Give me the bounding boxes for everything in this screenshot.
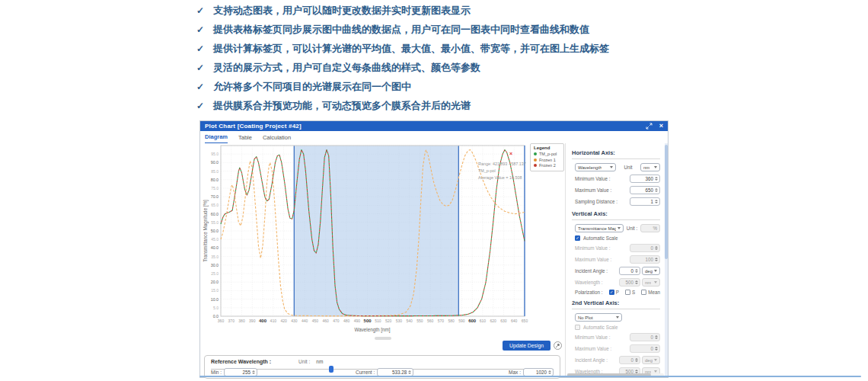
svg-text:470: 470: [333, 319, 340, 323]
setting-row: Transmittance Magnit...Unit :%: [572, 224, 660, 232]
dropdown[interactable]: nm: [642, 278, 660, 287]
svg-text:590: 590: [458, 319, 465, 323]
legend-item: TM_p-pol: [534, 152, 560, 156]
bottom-accent-line: [199, 376, 861, 377]
checkbox[interactable]: [575, 325, 580, 330]
field-label: Minimum Value :: [575, 176, 610, 181]
field-label: Maximum Value :: [575, 257, 611, 262]
svg-text:630: 630: [500, 319, 507, 323]
spinner[interactable]: 100: [630, 255, 660, 264]
spinner[interactable]: 0: [630, 333, 660, 341]
svg-text:640: 640: [511, 319, 518, 323]
spinner[interactable]: 500: [619, 278, 640, 287]
checkbox[interactable]: [641, 290, 646, 295]
legend-color-dot: [534, 164, 537, 167]
svg-text:510: 510: [375, 319, 381, 323]
window-titlebar: Plot Chart [Coating Project #42] ×: [200, 121, 668, 131]
vertical-scrollbar[interactable]: [665, 145, 668, 259]
svg-text:45.0: 45.0: [211, 237, 219, 242]
feature-list: ✓支持动态图表，用户可以随时更改数据并实时更新图表显示✓提供表格标签页同步展示图…: [196, 5, 609, 120]
spinner[interactable]: 0: [619, 267, 640, 275]
feature-text: 提供膜系合并预览功能，可动态预览多个膜系合并后的光谱: [213, 101, 471, 112]
feature-text: 灵活的展示方式，用户可自定义每条曲线的样式、颜色等参数: [213, 62, 480, 74]
setting-row: Incident Angle :0deg: [572, 267, 660, 275]
spinner[interactable]: 1: [630, 197, 660, 206]
svg-text:560: 560: [427, 319, 434, 323]
field-label: Mean: [648, 290, 660, 295]
svg-text:570: 570: [438, 319, 445, 323]
check-icon: ✓: [196, 101, 204, 112]
dropdown[interactable]: Wavelength: [575, 163, 616, 171]
field-label: Incident Angle :: [575, 357, 608, 363]
svg-text:530: 530: [396, 319, 403, 323]
dropdown[interactable]: nm: [640, 163, 660, 171]
svg-text:70.0: 70.0: [211, 194, 219, 199]
field-label: Unit: [624, 165, 632, 170]
tab-diagram[interactable]: Diagram: [205, 133, 228, 143]
dropdown[interactable]: No Plot: [575, 313, 622, 322]
spinner[interactable]: 360: [630, 174, 660, 183]
tab-bar: DiagramTableCalculation: [200, 131, 668, 143]
axis-section: Horizontal Axis:WavelengthUnitnmMinimum …: [572, 148, 660, 206]
unit-label: Unit :: [298, 359, 310, 364]
svg-text:610: 610: [480, 319, 487, 323]
svg-text:430: 430: [291, 319, 298, 323]
checkbox[interactable]: [625, 290, 630, 295]
svg-text:35.0: 35.0: [211, 255, 219, 259]
legend-label: Frozen 2: [539, 163, 556, 168]
check-icon: ✓: [196, 82, 204, 93]
pin-icon[interactable]: [554, 341, 562, 350]
field-label: P: [616, 290, 619, 295]
polarization-option: ✓P: [609, 290, 619, 295]
setting-row: Polarization :✓PSMean: [572, 290, 660, 295]
svg-text:5.0: 5.0: [213, 306, 219, 310]
svg-text:400: 400: [259, 319, 267, 323]
svg-text:75.0: 75.0: [211, 186, 219, 190]
setting-row: Minimum Value :0: [572, 333, 660, 341]
check-icon: ✓: [196, 24, 204, 36]
setting-row: Sampling Distance :1: [572, 197, 660, 206]
svg-text:85.0: 85.0: [211, 169, 219, 174]
dropdown[interactable]: Transmittance Magnit...: [575, 224, 624, 232]
svg-text:40.0: 40.0: [211, 245, 219, 250]
dropdown[interactable]: deg: [642, 356, 660, 364]
plot-chart-window: Plot Chart [Coating Project #42] × Diagr…: [199, 120, 669, 378]
checkbox[interactable]: ✓: [575, 235, 580, 241]
svg-text:540: 540: [406, 319, 413, 323]
tab-table[interactable]: Table: [238, 134, 252, 143]
update-design-button[interactable]: Update Design: [503, 341, 550, 351]
svg-text:15.0: 15.0: [211, 288, 219, 293]
annotation-close-icon[interactable]: ×: [509, 151, 512, 156]
close-icon[interactable]: ×: [659, 123, 663, 130]
setting-row: No Plot: [572, 313, 660, 322]
spinner[interactable]: 0: [630, 244, 660, 252]
annotation-range: Range: 421.893 - 587.137: [478, 162, 526, 166]
svg-text:50.0: 50.0: [211, 229, 219, 233]
tab-calculation[interactable]: Calculation: [263, 134, 291, 143]
annotation-series: TM_p-pol: [478, 168, 496, 173]
spinner[interactable]: 650: [630, 186, 660, 194]
check-icon: ✓: [196, 5, 204, 17]
setting-row: Wavelength :500nm: [572, 278, 660, 287]
spinner[interactable]: 0: [619, 356, 640, 364]
setting-row: ✓Automatic Scale: [572, 235, 660, 241]
svg-text:650: 650: [522, 319, 528, 323]
legend-item: Frozen 2: [534, 163, 560, 168]
svg-text:620: 620: [490, 319, 497, 323]
svg-text:20.0: 20.0: [211, 280, 219, 284]
spectrum-plot: 0.05.010.015.020.025.030.035.040.045.050…: [200, 143, 565, 335]
checkbox[interactable]: ✓: [609, 290, 614, 295]
max-label: Max :: [509, 370, 521, 375]
svg-text:25.0: 25.0: [211, 271, 219, 276]
restore-icon[interactable]: [646, 123, 653, 130]
feature-item: ✓提供计算标签页，可以计算光谱的平均值、最大值、最小值、带宽等，并可在图上生成标…: [196, 43, 609, 55]
svg-text:440: 440: [302, 319, 308, 323]
feature-item: ✓允许将多个不同项目的光谱展示在同一个图中: [196, 82, 609, 93]
spinner[interactable]: 0: [630, 344, 660, 353]
dropdown[interactable]: deg: [642, 267, 660, 275]
chart-area: 0.05.010.015.020.025.030.035.040.045.050…: [200, 143, 565, 377]
splitter-handle[interactable]: [375, 337, 391, 340]
y-axis-label: Transmittance Magnitude [%]: [203, 200, 209, 262]
legend-item: Frozen 1: [534, 158, 560, 162]
section-title: 2nd Vertical Axis:: [572, 298, 660, 309]
